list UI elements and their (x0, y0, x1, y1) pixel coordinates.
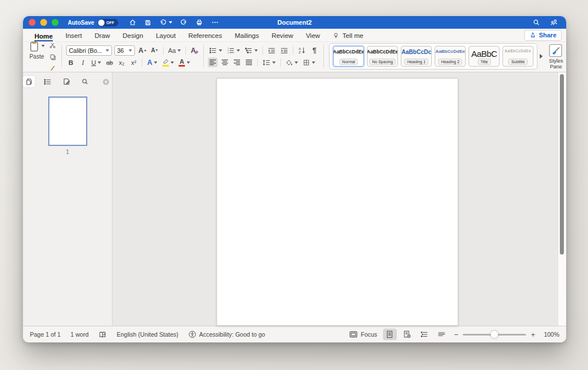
tab-home[interactable]: Home (34, 32, 53, 42)
grow-font-button[interactable]: A (137, 45, 148, 55)
minimize-window-button[interactable] (40, 19, 47, 26)
font-size-select[interactable]: 36 (114, 45, 135, 56)
style-card-no-spacing[interactable]: AaBbCcDdEe No Spacing (367, 46, 398, 67)
align-center-button[interactable] (220, 57, 230, 67)
numbering-icon (227, 47, 235, 54)
tab-layout[interactable]: Layout (156, 31, 176, 41)
accessibility-label: Accessibility: Good to go (199, 331, 265, 338)
tab-review[interactable]: Review (272, 31, 293, 41)
paste-split-button[interactable]: Paste (29, 40, 45, 60)
outline-view-button[interactable] (417, 329, 431, 340)
sort-az-icon: AZ (298, 47, 306, 54)
borders-button[interactable] (301, 57, 316, 67)
format-painter-button[interactable] (48, 63, 57, 73)
tab-draw[interactable]: Draw (95, 31, 110, 41)
show-paragraph-marks-button[interactable]: ¶ (310, 45, 319, 55)
word-count[interactable]: 1 word (71, 331, 89, 338)
bold-label: B (68, 59, 73, 66)
align-right-button[interactable] (232, 57, 242, 67)
font-name-select[interactable]: Calibri (Bo... (66, 45, 112, 56)
draft-view-button[interactable] (435, 329, 448, 340)
sidebar-close-button[interactable] (100, 76, 112, 87)
bold-button[interactable]: B (66, 58, 76, 68)
sidebar-tab-headings[interactable] (41, 76, 53, 87)
font-size-chevron-icon (129, 49, 132, 52)
zoom-window-button[interactable] (52, 19, 59, 26)
subscript-button[interactable]: x₂ (117, 58, 126, 68)
document-page[interactable] (216, 78, 458, 326)
tab-mailings[interactable]: Mailings (235, 31, 259, 41)
cut-button[interactable] (48, 40, 57, 50)
web-layout-view-button[interactable] (400, 329, 414, 340)
highlight-button[interactable] (161, 58, 175, 68)
increase-indent-button[interactable] (279, 45, 289, 55)
text-effects-label: A (147, 59, 152, 67)
decrease-indent-button[interactable] (266, 45, 277, 55)
italic-label: I (82, 59, 84, 66)
autosave-toggle[interactable]: OFF (98, 19, 118, 26)
line-spacing-button[interactable] (261, 57, 277, 67)
styles-pane-button[interactable]: Styles Pane (548, 44, 563, 70)
style-card-heading-2[interactable]: AaBbCcDdEe Heading 2 (435, 46, 466, 67)
redo-button[interactable] (180, 18, 188, 26)
tab-design[interactable]: Design (123, 31, 144, 41)
autosave-state: OFF (106, 21, 114, 25)
text-effects-chevron-icon (154, 61, 157, 64)
style-card-title[interactable]: AaBbC Title (469, 46, 500, 67)
zoom-control: − + 100% (454, 331, 559, 338)
multilevel-list-button[interactable] (243, 45, 259, 55)
change-case-button[interactable]: Aa (167, 45, 182, 55)
share-button[interactable]: Share (524, 30, 562, 41)
shrink-font-button[interactable]: A (150, 45, 160, 55)
style-card-subtitle[interactable]: AaBbCcDdEe Subtitle (502, 46, 533, 67)
zoom-level[interactable]: 100% (540, 331, 559, 338)
numbering-button[interactable] (226, 45, 241, 55)
people-icon[interactable] (550, 18, 558, 26)
page-thumbnail[interactable] (48, 97, 87, 146)
align-left-button[interactable] (208, 57, 218, 67)
save-icon[interactable] (144, 19, 152, 26)
sidebar-tab-thumbnails[interactable] (23, 76, 35, 87)
thumbnail-page-number: 1 (66, 149, 69, 155)
styles-more-button[interactable] (540, 54, 543, 59)
strikethrough-button[interactable]: ab (105, 58, 114, 68)
superscript-button[interactable]: x² (129, 58, 138, 68)
language-status[interactable]: English (United States) (117, 331, 178, 338)
copy-button[interactable] (48, 52, 57, 61)
accessibility-status[interactable]: Accessibility: Good to go (188, 330, 265, 338)
style-card-heading-1[interactable]: AaBbCcDc Heading 1 (401, 46, 432, 67)
search-icon[interactable] (532, 18, 540, 26)
print-layout-view-button[interactable] (383, 329, 397, 340)
page-count[interactable]: Page 1 of 1 (30, 331, 61, 338)
sidebar-tab-find[interactable] (79, 76, 91, 87)
tab-references[interactable]: References (188, 31, 222, 41)
numbering-chevron-icon (237, 49, 240, 52)
print-icon[interactable] (195, 18, 203, 26)
zoom-in-button[interactable]: + (531, 331, 535, 338)
sidebar-tab-review[interactable] (60, 76, 72, 87)
spellcheck-status[interactable] (98, 331, 107, 338)
style-card-normal[interactable]: AaBbCcDdEe Normal (333, 46, 364, 67)
undo-button[interactable] (159, 18, 172, 26)
more-options-icon[interactable] (211, 18, 219, 26)
tab-insert[interactable]: Insert (65, 31, 82, 41)
text-effects-button[interactable]: A (146, 58, 158, 68)
shading-button[interactable] (284, 57, 299, 67)
tell-me-control[interactable]: Tell me (332, 32, 363, 41)
vertical-scrollbar[interactable] (560, 74, 564, 255)
close-window-button[interactable] (29, 19, 36, 26)
sort-button[interactable]: AZ (297, 45, 307, 55)
focus-button[interactable]: Focus (349, 331, 377, 338)
zoom-slider-thumb[interactable] (491, 331, 498, 338)
autosave-control[interactable]: AutoSave OFF (68, 19, 118, 26)
justify-button[interactable] (244, 57, 254, 67)
clear-formatting-button[interactable]: A (189, 45, 199, 55)
italic-button[interactable]: I (78, 58, 88, 68)
tab-view[interactable]: View (306, 31, 320, 41)
underline-button[interactable]: U (90, 58, 102, 68)
font-color-button[interactable]: A (177, 58, 191, 68)
zoom-out-button[interactable]: − (454, 331, 459, 338)
bullets-button[interactable] (208, 45, 223, 55)
home-icon[interactable] (129, 18, 137, 26)
zoom-slider[interactable] (463, 334, 526, 336)
